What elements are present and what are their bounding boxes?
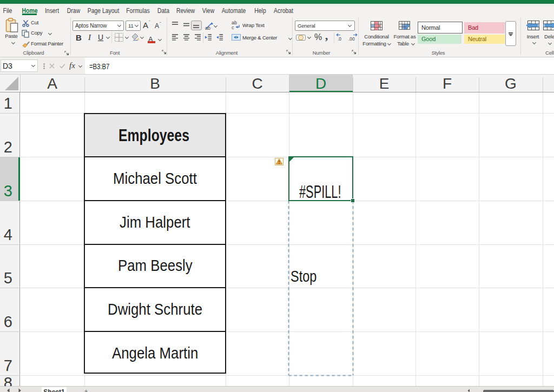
svg-text:.00: .00 — [348, 36, 355, 42]
svg-text:.0: .0 — [338, 36, 341, 42]
svg-text:ab: ab — [205, 25, 210, 31]
svg-text:c: c — [232, 25, 234, 30]
